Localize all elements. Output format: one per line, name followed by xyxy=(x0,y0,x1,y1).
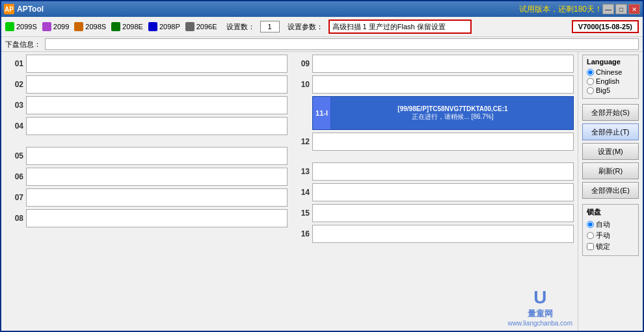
table-row: 01 xyxy=(5,55,288,73)
stop-all-button[interactable]: 全部停止(T) xyxy=(582,123,639,140)
slot-box-07[interactable] xyxy=(26,188,288,207)
version-badge: V7000(15-08-25) xyxy=(572,20,639,33)
settings-param-label: 设置参数： xyxy=(288,22,323,32)
title-bar: AP APTool 试用版本，还剩180天！ — □ ✕ xyxy=(1,1,643,17)
language-chinese-label: Chinese xyxy=(596,68,622,76)
legend-2096E: 2096E xyxy=(185,22,217,31)
table-row: 05 xyxy=(5,147,288,165)
slot-num-12: 12 xyxy=(291,137,310,146)
slot-11-line1: [99/98E/P]TC58NVG7TDKTA00,CE:1 xyxy=(397,105,507,112)
table-row: 06 xyxy=(5,168,288,186)
close-button[interactable]: ✕ xyxy=(628,4,640,14)
settings-param-input[interactable] xyxy=(329,19,472,34)
table-row: 12 xyxy=(291,133,574,151)
legend-label-2098P: 2098P xyxy=(159,23,180,31)
table-row: 15 xyxy=(291,204,574,222)
lock-manual-radio[interactable] xyxy=(587,232,594,239)
slot-box-12[interactable] xyxy=(312,133,574,151)
slot-num-14: 14 xyxy=(291,188,310,197)
slot-num-04: 04 xyxy=(5,121,23,131)
slot-num-03: 03 xyxy=(5,101,23,110)
slot-num-06: 06 xyxy=(5,172,23,181)
table-row: 03 xyxy=(5,96,288,114)
lock-manual-label: 手动 xyxy=(596,231,610,240)
legend-label-2099S: 2099S xyxy=(16,23,37,31)
info-bar-input[interactable] xyxy=(45,38,639,50)
lock-lock-option[interactable]: 锁定 xyxy=(587,242,634,251)
slot-box-01[interactable] xyxy=(26,55,288,73)
slot-box-11-active[interactable]: 11-I [99/98E/P]TC58NVG7TDKTA00,CE:1 正在进行… xyxy=(312,96,574,130)
minimize-button[interactable]: — xyxy=(602,4,614,14)
legend-dot-2098P xyxy=(148,22,157,31)
language-chinese-option[interactable]: Chinese xyxy=(587,68,634,76)
slot-box-02[interactable] xyxy=(26,75,288,94)
language-chinese-radio[interactable] xyxy=(587,69,594,76)
slot-box-14[interactable] xyxy=(312,183,574,201)
language-big5-label: Big5 xyxy=(596,86,610,94)
table-row: 02 xyxy=(5,75,288,94)
language-big5-option[interactable]: Big5 xyxy=(587,86,634,94)
table-row: 04 xyxy=(5,117,288,135)
language-title: Language xyxy=(587,58,634,66)
legend-label-2099: 2099 xyxy=(53,23,69,31)
start-all-button[interactable]: 全部开始(S) xyxy=(582,104,639,121)
maximize-button[interactable]: □ xyxy=(615,4,627,14)
watermark-url: www.liangchanba.com xyxy=(508,320,573,327)
slot-box-10[interactable] xyxy=(312,75,574,94)
slot-box-03[interactable] xyxy=(26,96,288,114)
slot-11-active-label: 11-I xyxy=(313,97,331,129)
slot-box-08[interactable] xyxy=(26,209,288,227)
legend-2099: 2099 xyxy=(42,22,69,31)
table-row: 09 xyxy=(291,55,574,73)
device-count-input[interactable] xyxy=(260,21,280,32)
slot-11-active-text: [99/98E/P]TC58NVG7TDKTA00,CE:1 正在进行，请稍候.… xyxy=(332,97,573,129)
language-group: Language Chinese English Big5 xyxy=(582,55,639,99)
info-bar: 下盘信息： xyxy=(1,37,643,52)
slot-num-15: 15 xyxy=(291,209,310,218)
slot-box-04[interactable] xyxy=(26,117,288,135)
left-slots-column: 01 02 03 04 05 xyxy=(5,55,288,328)
slots-area: 01 02 03 04 05 xyxy=(1,52,578,331)
slot-box-13[interactable] xyxy=(312,162,574,181)
device-count-label: 设置数： xyxy=(226,22,255,32)
window-controls: — □ ✕ xyxy=(602,4,640,14)
table-row: 07 xyxy=(5,188,288,207)
slot-box-15[interactable] xyxy=(312,204,574,222)
slot-num-02: 02 xyxy=(5,80,23,89)
language-english-radio[interactable] xyxy=(587,78,594,85)
table-row: 16 xyxy=(291,225,574,243)
lock-title: 锁盘 xyxy=(587,207,634,217)
slot-num-10: 10 xyxy=(291,80,310,89)
slot-num-09: 09 xyxy=(291,59,310,68)
trial-notice: 试用版本，还剩180天！ xyxy=(519,4,602,15)
legend-label-2098S: 2098S xyxy=(85,23,106,31)
slot-num-16: 16 xyxy=(291,229,310,238)
lock-auto-label: 自动 xyxy=(596,220,610,229)
slot-box-06[interactable] xyxy=(26,168,288,186)
legend-dot-2096E xyxy=(185,22,195,31)
eject-all-button[interactable]: 全部弹出(E) xyxy=(582,182,639,199)
lock-group: 锁盘 自动 手动 锁定 xyxy=(582,204,639,256)
language-big5-radio[interactable] xyxy=(587,87,594,94)
language-english-option[interactable]: English xyxy=(587,77,634,85)
watermark-icon: U xyxy=(533,287,546,308)
slot-num-08: 08 xyxy=(5,214,23,223)
settings-button[interactable]: 设置(M) xyxy=(582,143,639,160)
refresh-button[interactable]: 刷新(R) xyxy=(582,162,639,179)
lock-manual-option[interactable]: 手动 xyxy=(587,231,634,240)
lock-auto-option[interactable]: 自动 xyxy=(587,220,634,229)
slot-num-13: 13 xyxy=(291,167,310,176)
slot-num-01: 01 xyxy=(5,59,23,68)
legend-2098E: 2098E xyxy=(111,22,143,31)
app-icon: AP xyxy=(4,4,14,14)
slot-box-05[interactable] xyxy=(26,147,288,165)
legend-dot-2098S xyxy=(74,22,83,31)
slot-num-07: 07 xyxy=(5,193,23,202)
slot-box-09[interactable] xyxy=(312,55,574,73)
slot-box-16[interactable] xyxy=(312,225,574,243)
legend-2098S: 2098S xyxy=(74,22,106,31)
legend-dot-2099S xyxy=(5,22,14,31)
lock-auto-radio[interactable] xyxy=(587,221,594,228)
lock-lock-checkbox[interactable] xyxy=(587,243,594,250)
toolbar: 2099S 2099 2098S 2098E 2098P 2096E 设置数： … xyxy=(1,17,643,37)
